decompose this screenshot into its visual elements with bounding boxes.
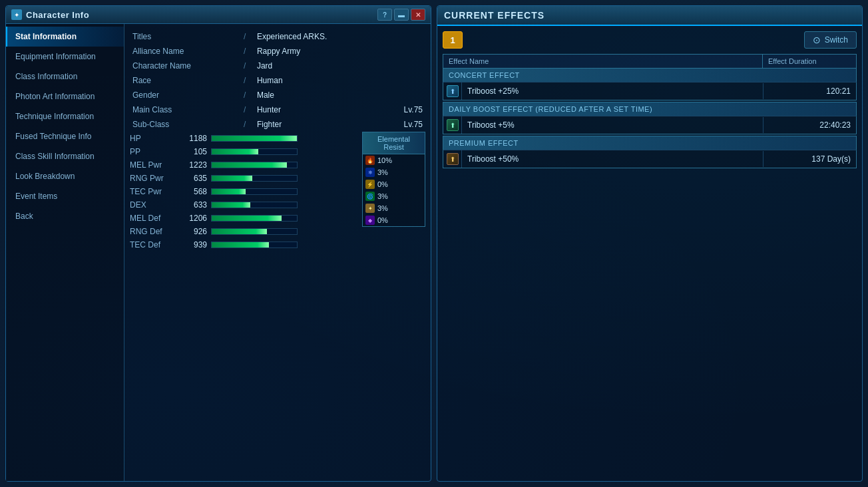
lv-race	[385, 73, 425, 88]
lv-mainclass: Lv.75	[385, 102, 425, 117]
elem-value-dark: 0%	[377, 216, 388, 224]
stat-bar-meldef	[211, 215, 298, 222]
daily-effect-header: DAILY BOOST EFFECT (REDUCED AFTER A SET …	[443, 102, 857, 116]
sidebar-item-equipment-information[interactable]: Equipment Information	[6, 47, 124, 67]
sidebar-item-stat-information[interactable]: Stat Information	[6, 27, 124, 47]
label-alliance: Alliance Name	[130, 44, 241, 59]
sidebar-item-fused-technique-info[interactable]: Fused Technique Info	[6, 126, 124, 146]
effect-name-triboost50: Triboost +50%	[462, 151, 763, 167]
sidebar-item-technique-information[interactable]: Technique Information	[6, 106, 124, 126]
effect-duration-triboost50: 137 Day(s)	[763, 151, 856, 167]
stat-bar-dex	[211, 202, 298, 208]
sep-race: /	[241, 73, 254, 88]
sep-alliance: /	[241, 44, 254, 59]
effects-content: 1 ⊙ Switch Effect Name Effect Duration C…	[437, 26, 862, 481]
stat-value-meldef: 1206	[177, 214, 207, 223]
sidebar-item-class-skill-information[interactable]: Class Skill Information	[6, 146, 124, 166]
info-fields-table: Titles / Experienced ARKS. Alliance Name…	[130, 29, 425, 132]
effect-group-premium: PREMIUM EFFECT ⬆ Triboost +50% 137 Day(s…	[443, 136, 857, 168]
effect-row-triboost25: ⬆ Triboost +25% 120:21	[443, 82, 857, 100]
premium-effect-header: PREMIUM EFFECT	[443, 136, 857, 150]
stat-bar-fill-pp	[212, 149, 258, 154]
help-button[interactable]: ?	[377, 9, 392, 21]
sidebar-item-back[interactable]: Back	[6, 206, 124, 226]
info-row-charname: Character Name / Jard	[130, 59, 425, 73]
switch-button[interactable]: ⊙ Switch	[804, 31, 857, 49]
stat-row-melpwr: MEL Pwr 1223	[130, 158, 359, 172]
minimize-button[interactable]: ▬	[394, 9, 409, 21]
stat-bar-fill-tecdef	[212, 242, 269, 247]
elemental-resist-section: Elemental Resist 🔥 10% ❄ 3% ⚡	[362, 132, 425, 251]
label-titles: Titles	[130, 29, 241, 44]
label-subclass: Sub-Class	[130, 117, 241, 132]
stat-bar-fill-meldef	[212, 216, 282, 221]
character-info-panel: ✦ Character Info ? ▬ ✕ Stat Information …	[5, 5, 431, 482]
effects-title: CURRENT EFFECTS	[444, 10, 855, 21]
effect-group-concert: CONCERT EFFECT ⬆ Triboost +25% 120:21	[443, 68, 857, 100]
lv-charname	[385, 59, 425, 73]
triboost50-icon: ⬆	[447, 153, 459, 165]
stat-value-melpwr: 1223	[177, 160, 207, 170]
stat-bar-melpwr	[211, 162, 298, 168]
stat-value-pp: 105	[177, 147, 207, 156]
val-charname: Jard	[254, 59, 385, 73]
stat-bar-tecdef	[211, 242, 298, 248]
lv-subclass: Lv.75	[385, 117, 425, 132]
effect-icon-cell-triboost25: ⬆	[443, 82, 462, 100]
stat-value-tecpwr: 568	[177, 187, 207, 196]
sidebar-item-photon-art-information[interactable]: Photon Art Information	[6, 86, 124, 106]
close-button[interactable]: ✕	[411, 9, 425, 21]
label-mainclass: Main Class	[130, 102, 241, 117]
stat-label-hp: HP	[130, 134, 173, 143]
sep-gender: /	[241, 88, 254, 102]
stat-row-hp: HP 1188	[130, 132, 359, 145]
effect-group-daily: DAILY BOOST EFFECT (REDUCED AFTER A SET …	[443, 102, 857, 134]
effects-table-header: Effect Name Effect Duration	[443, 54, 857, 68]
effect-row-triboost5: ⬆ Triboost +5% 22:40:23	[443, 116, 857, 134]
stat-bar-fill-tecpwr	[212, 189, 246, 194]
page-indicator: 1	[443, 31, 463, 49]
sep-mainclass: /	[241, 102, 254, 117]
stat-label-tecdef: TEC Def	[130, 240, 173, 249]
stat-label-pp: PP	[130, 147, 173, 156]
char-main-content: Titles / Experienced ARKS. Alliance Name…	[124, 24, 431, 481]
char-panel-icon: ✦	[11, 9, 22, 20]
sidebar-item-look-breakdown[interactable]: Look Breakdown	[6, 166, 124, 186]
sep-charname: /	[241, 59, 254, 73]
elem-value-fire: 10%	[377, 156, 392, 164]
effect-duration-triboost25: 120:21	[763, 83, 856, 99]
stat-row-tecdef: TEC Def 939	[130, 238, 359, 251]
stat-bar-fill-dex	[212, 202, 250, 208]
stat-row-rngdef: RNG Def 926	[130, 225, 359, 238]
stat-bar-fill-rngdef	[212, 229, 267, 234]
val-alliance: Rappy Army	[254, 44, 385, 59]
fire-icon: 🔥	[365, 156, 375, 165]
stat-value-rngdef: 926	[177, 227, 207, 236]
elem-value-wind: 3%	[377, 192, 388, 200]
elem-row-dark: ◆ 0%	[363, 214, 425, 226]
elem-value-light: 3%	[377, 204, 388, 212]
elemental-table: Elemental Resist 🔥 10% ❄ 3% ⚡	[362, 132, 425, 227]
stat-row-tecpwr: TEC Pwr 568	[130, 185, 359, 198]
triboost5-icon: ⬆	[447, 119, 459, 131]
stat-label-dex: DEX	[130, 200, 173, 210]
sidebar-item-event-items[interactable]: Event Items	[6, 186, 124, 206]
concert-effect-header: CONCERT EFFECT	[443, 68, 857, 82]
sidebar-item-class-information[interactable]: Class Information	[6, 67, 124, 86]
effect-name-triboost5: Triboost +5%	[462, 117, 763, 133]
sidebar-nav: Stat Information Equipment Information C…	[6, 24, 124, 481]
elem-value-lightning: 0%	[377, 180, 388, 188]
val-mainclass: Hunter	[254, 102, 385, 117]
stat-label-meldef: MEL Def	[130, 214, 173, 223]
stat-row-meldef: MEL Def 1206	[130, 212, 359, 225]
val-gender: Male	[254, 88, 385, 102]
stat-label-rngdef: RNG Def	[130, 227, 173, 236]
sep-titles: /	[241, 29, 254, 44]
stat-bar-rngdef	[211, 228, 298, 235]
stat-value-dex: 633	[177, 200, 207, 210]
stat-label-melpwr: MEL Pwr	[130, 160, 173, 170]
effect-row-triboost50: ⬆ Triboost +50% 137 Day(s)	[443, 150, 857, 168]
main-layout: ✦ Character Info ? ▬ ✕ Stat Information …	[0, 0, 868, 487]
stat-bar-fill-rngpwr	[212, 176, 252, 181]
stat-bar-rngpwr	[211, 175, 298, 182]
